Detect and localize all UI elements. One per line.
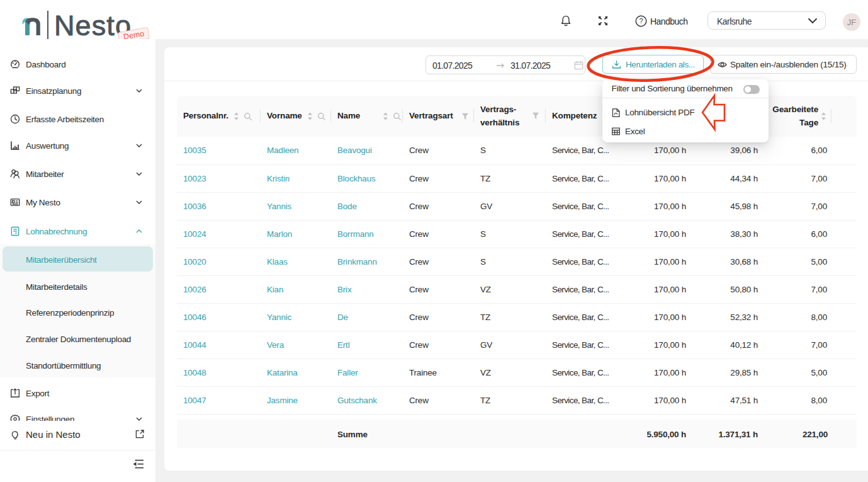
svg-text:?: ? (639, 17, 643, 25)
